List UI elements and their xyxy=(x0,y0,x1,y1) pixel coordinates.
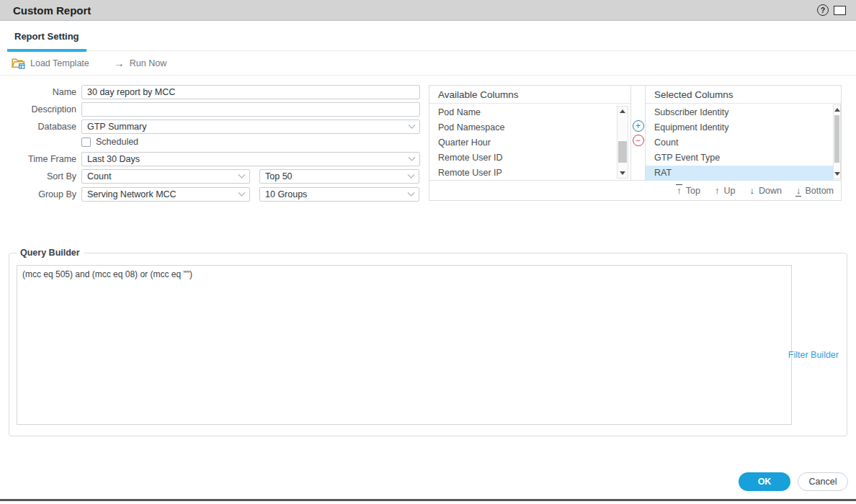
scrollbar-thumb[interactable] xyxy=(834,115,839,163)
available-columns-scrollbar[interactable] xyxy=(617,106,628,179)
scroll-down-icon[interactable] xyxy=(834,172,840,176)
selected-columns-scrollbar[interactable] xyxy=(833,104,841,179)
scroll-up-icon[interactable] xyxy=(620,109,625,113)
chevron-down-icon xyxy=(408,171,415,178)
chevron-down-icon xyxy=(409,121,416,128)
scheduled-checkbox[interactable] xyxy=(81,138,91,147)
list-item[interactable]: Pod Namespace xyxy=(429,120,630,135)
list-item[interactable]: Remote User IP xyxy=(429,166,630,181)
load-template-button[interactable]: Load Template xyxy=(12,58,89,69)
move-up-label: Up xyxy=(723,186,735,196)
move-bottom-button[interactable]: ↓ Bottom xyxy=(796,184,834,197)
group-by-limit-select[interactable]: 10 Groups xyxy=(259,187,419,202)
scheduled-label: Scheduled xyxy=(96,137,138,147)
sort-by-label: Sort By xyxy=(0,171,81,181)
scroll-up-icon[interactable] xyxy=(834,108,840,112)
run-now-label: Run Now xyxy=(130,58,166,68)
cancel-button[interactable]: Cancel xyxy=(798,472,848,491)
help-icon[interactable]: ? xyxy=(817,4,829,16)
name-value: 30 day report by MCC xyxy=(87,87,175,97)
available-columns-list: Pod Name Pod Namespace Quarter Hour Remo… xyxy=(429,104,630,181)
arrow-up-icon: ↑ xyxy=(715,184,720,197)
dialog-bottom-edge xyxy=(0,499,856,501)
name-row: Name 30 day report by MCC xyxy=(0,85,420,99)
load-template-label: Load Template xyxy=(30,58,89,68)
description-input[interactable] xyxy=(81,102,420,117)
help-glyph: ? xyxy=(821,6,825,14)
plus-circle-icon[interactable]: + xyxy=(633,120,644,132)
database-select[interactable]: GTP Summary xyxy=(81,120,420,134)
dialog-title: Custom Report xyxy=(13,4,91,17)
group-by-limit-value: 10 Groups xyxy=(265,189,307,199)
list-item[interactable]: Count xyxy=(646,135,833,150)
name-input[interactable]: 30 day report by MCC xyxy=(81,85,420,99)
list-item[interactable]: Remote User ID xyxy=(429,150,630,166)
list-item[interactable]: Pod Name xyxy=(429,105,630,120)
scheduled-row: Scheduled xyxy=(0,137,138,147)
list-item[interactable]: Subscriber Identity xyxy=(646,105,833,120)
custom-report-dialog: Custom Report ? Report Setting Load Temp… xyxy=(0,0,856,504)
ok-button[interactable]: OK xyxy=(739,472,790,491)
available-columns-header: Available Columns xyxy=(429,86,630,104)
group-by-select[interactable]: Serving Network MCC xyxy=(81,187,250,202)
list-item-selected[interactable]: RAT xyxy=(646,166,833,181)
query-builder-legend: Query Builder xyxy=(17,248,84,258)
run-now-button[interactable]: → Run Now xyxy=(114,58,166,68)
arrow-right-icon: → xyxy=(114,58,125,68)
group-by-label: Group By xyxy=(0,189,81,199)
folder-icon xyxy=(12,58,25,69)
filter-builder-link[interactable]: Filter Builder xyxy=(788,350,839,360)
time-frame-label: Time Frame xyxy=(0,154,81,164)
description-label: Description xyxy=(0,104,81,114)
group-by-row: Group By Serving Network MCC 10 Groups xyxy=(0,187,419,202)
sort-by-row: Sort By Count Top 50 xyxy=(0,169,419,184)
arrow-down-icon: ↓ xyxy=(749,184,754,197)
list-item[interactable]: Quarter Hour xyxy=(429,135,630,150)
list-item[interactable]: Equipment Identity xyxy=(646,120,833,135)
sort-by-value: Count xyxy=(87,171,111,181)
move-up-button[interactable]: ↑ Up xyxy=(715,184,735,197)
available-columns-pane: Available Columns Pod Name Pod Namespace… xyxy=(429,86,631,180)
window-icon[interactable] xyxy=(834,6,846,15)
sort-by-select[interactable]: Count xyxy=(81,169,250,184)
move-down-button[interactable]: ↓ Down xyxy=(749,184,781,197)
chevron-down-icon xyxy=(238,171,246,178)
minus-circle-icon[interactable]: − xyxy=(633,135,644,146)
time-frame-value: Last 30 Days xyxy=(87,154,140,164)
sort-by-limit-value: Top 50 xyxy=(265,171,293,181)
tab-report-setting-label: Report Setting xyxy=(14,31,79,42)
group-by-value: Serving Network MCC xyxy=(87,189,177,199)
move-bottom-label: Bottom xyxy=(805,186,834,196)
move-top-label: Top xyxy=(686,186,700,196)
description-row: Description xyxy=(0,102,420,117)
database-value: GTP Summary xyxy=(87,122,146,132)
reorder-toolbar: ↑ Top ↑ Up ↓ Down ↓ Bottom xyxy=(429,180,841,200)
sort-by-limit-select[interactable]: Top 50 xyxy=(259,169,419,184)
tab-bar: Report Setting xyxy=(0,21,856,51)
selected-columns-header: Selected Columns xyxy=(646,86,841,104)
time-frame-row: Time Frame Last 30 Days xyxy=(0,152,420,166)
time-frame-select[interactable]: Last 30 Days xyxy=(81,152,420,166)
selected-columns-list: Subscriber Identity Equipment Identity C… xyxy=(646,104,841,181)
chevron-down-icon xyxy=(409,153,416,161)
database-row: Database GTP Summary xyxy=(0,120,420,134)
query-builder-section: Query Builder (mcc eq 505) and (mcc eq 0… xyxy=(9,248,847,436)
move-down-label: Down xyxy=(759,186,782,196)
arrow-to-bottom-icon: ↓ xyxy=(796,184,801,197)
column-transfer-controls: + − xyxy=(631,86,646,180)
name-label: Name xyxy=(0,87,81,97)
selected-columns-pane: Selected Columns Subscriber Identity Equ… xyxy=(646,86,841,180)
scroll-down-icon[interactable] xyxy=(620,171,625,175)
arrow-to-top-icon: ↑ xyxy=(677,184,682,197)
tab-report-setting[interactable]: Report Setting xyxy=(7,31,86,50)
query-text: (mcc eq 505) and (mcc eq 08) or (mcc eq … xyxy=(22,269,192,279)
database-label: Database xyxy=(0,122,81,132)
move-top-button[interactable]: ↑ Top xyxy=(677,184,700,197)
toolbar: Load Template → Run Now xyxy=(0,51,856,76)
list-item[interactable]: GTP Event Type xyxy=(646,150,833,166)
scrollbar-thumb[interactable] xyxy=(618,141,627,163)
chevron-down-icon xyxy=(408,189,415,196)
columns-panel: Available Columns Pod Name Pod Namespace… xyxy=(429,85,842,201)
titlebar: Custom Report ? xyxy=(0,0,856,21)
query-input[interactable]: (mcc eq 505) and (mcc eq 08) or (mcc eq … xyxy=(17,265,792,425)
